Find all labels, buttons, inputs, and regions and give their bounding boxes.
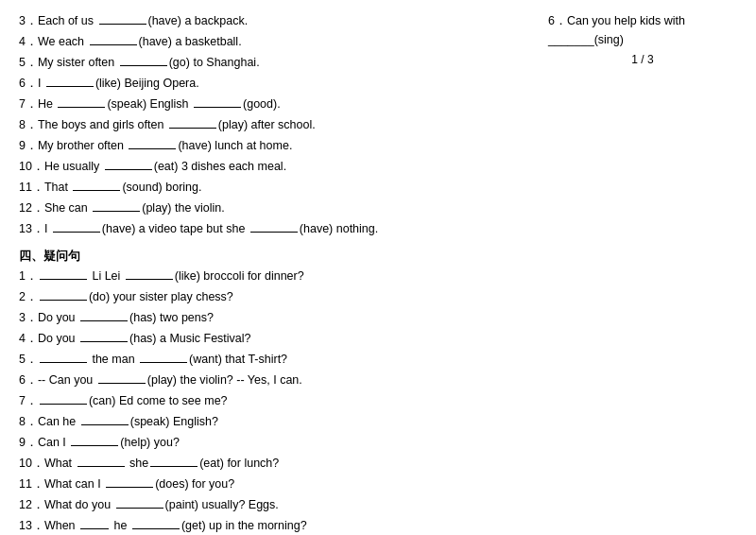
s4-item-7: 7．(can) Ed come to see me?	[19, 391, 737, 410]
blank	[150, 466, 198, 467]
s4-item-11: 11．What can I (does) for you?	[19, 475, 737, 493]
blank	[99, 24, 146, 25]
blank	[106, 487, 153, 488]
blank	[58, 107, 105, 108]
blank	[129, 148, 176, 149]
s4-item-8: 8．Can he (speak) English?	[19, 412, 737, 431]
item-5: 5．My sister often (go) to Shanghai.	[19, 53, 529, 72]
blank	[46, 86, 94, 87]
blank	[77, 466, 125, 467]
item-6: 6．I (like) Beijing Opera.	[19, 74, 529, 93]
blank	[116, 508, 163, 509]
page-number: 1 / 3	[548, 53, 737, 66]
item-7: 7．He (speak) English (good).	[19, 95, 529, 113]
item-11: 11．That (sound) boring.	[19, 178, 529, 197]
blank	[80, 341, 128, 342]
blank	[81, 424, 129, 425]
top-section: 3．Each of us (have) a backpack. 4．We eac…	[19, 9, 737, 240]
blank	[80, 528, 109, 529]
s4-item-1: 1． Li Lei (like) broccoli for dinner?	[19, 267, 737, 285]
blank	[105, 169, 152, 170]
blank	[169, 128, 216, 129]
blank	[40, 404, 87, 405]
blank	[132, 528, 180, 529]
item-10: 10．He usually (eat) 3 dishes each meal.	[19, 157, 529, 176]
blank	[40, 279, 87, 280]
blank	[250, 232, 298, 233]
s4-item-5: 5． the man (want) that T-shirt?	[19, 350, 737, 369]
s4-item-3: 3．Do you (has) two pens?	[19, 308, 737, 327]
item-13: 13．I (have) a video tape but she (have) …	[19, 219, 529, 238]
blank	[80, 320, 128, 321]
item-3: 3．Each of us (have) a backpack.	[19, 11, 529, 30]
blank	[53, 232, 100, 233]
section-4-title: 四、疑问句	[19, 248, 737, 265]
page-content: 3．Each of us (have) a backpack. 4．We eac…	[19, 9, 737, 535]
s4-item-9: 9．Can I (help) you?	[19, 433, 737, 452]
s4-item-10: 10．What she(eat) for lunch?	[19, 454, 737, 473]
right-q6: 6．Can you help kids with _______(sing)	[548, 11, 737, 49]
blank	[40, 300, 87, 301]
blank	[40, 362, 87, 363]
blank	[93, 211, 140, 212]
s4-item-2: 2．(do) your sister play chess?	[19, 287, 737, 306]
blank	[126, 279, 173, 280]
item-9: 9．My brother often (have) lunch at home.	[19, 136, 529, 155]
blank	[90, 44, 137, 45]
blank	[194, 107, 241, 108]
right-column: 6．Can you help kids with _______(sing) 1…	[548, 9, 737, 240]
item-12: 12．She can (play) the violin.	[19, 198, 529, 217]
blank	[98, 383, 146, 384]
s4-item-6: 6．-- Can you (play) the violin? -- Yes, …	[19, 371, 737, 389]
blank	[73, 190, 120, 191]
left-column: 3．Each of us (have) a backpack. 4．We eac…	[19, 9, 529, 240]
blank	[71, 445, 118, 446]
blank	[140, 362, 187, 363]
item-8: 8．The boys and girls often (play) after …	[19, 115, 529, 134]
s4-item-13: 13．When he (get) up in the morning?	[19, 516, 737, 535]
blank	[120, 65, 167, 66]
s4-item-12: 12．What do you (paint) usually? Eggs.	[19, 495, 737, 514]
item-4: 4．We each (have) a basketball.	[19, 32, 529, 51]
s4-item-4: 4．Do you (has) a Music Festival?	[19, 329, 737, 348]
